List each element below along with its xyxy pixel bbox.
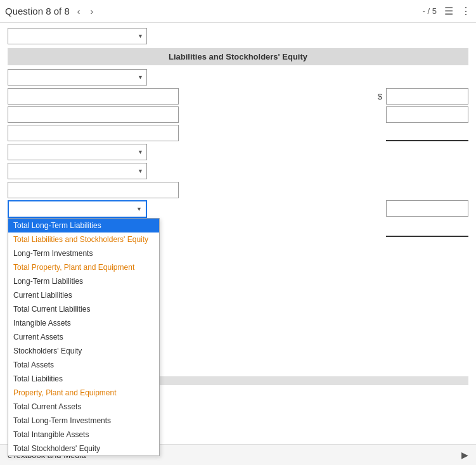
left-inputs-1 — [8, 88, 210, 105]
dropdown-list-item[interactable]: Property, Plant and Equipment — [8, 386, 159, 400]
header-left: Question 8 of 8 ‹ › — [5, 5, 96, 18]
prev-button[interactable]: ‹ — [75, 5, 83, 18]
section-header: Liabilities and Stockholders' Equity — [8, 48, 468, 65]
dropdown-3[interactable] — [8, 144, 147, 160]
top-dropdown[interactable] — [8, 28, 147, 44]
label-input-3[interactable] — [8, 125, 179, 141]
dollar-sign: $ — [378, 92, 382, 101]
main-content: Liabilities and Stockholders' Equity $ — [0, 28, 476, 385]
value-input-1[interactable] — [386, 88, 468, 105]
next-button[interactable]: › — [87, 5, 96, 18]
dropdown-list-item[interactable]: Long-Term Investments — [8, 246, 159, 260]
row-label-1: $ — [8, 88, 468, 105]
right-inputs-3 — [386, 125, 468, 141]
header: Question 8 of 8 ‹ › - / 5 ☰ ⋮ — [0, 0, 476, 23]
right-inputs-2 — [386, 106, 468, 123]
more-options-button[interactable]: ⋮ — [461, 5, 471, 17]
dropdown-wrapper-2 — [8, 69, 147, 86]
left-inputs-2 — [8, 106, 210, 123]
dropdown-list-item[interactable]: Long-Term Liabilities — [8, 274, 159, 288]
right-inputs-1: $ — [378, 88, 468, 105]
dropdown-list-item[interactable]: Total Liabilities and Stockholders' Equi… — [8, 232, 159, 246]
dropdown-row-3 — [8, 144, 468, 160]
scroll-right-button[interactable]: ▶ — [461, 450, 468, 460]
dropdown-2[interactable] — [8, 69, 147, 86]
dropdown-list-item[interactable]: Total Long-Term Liabilities — [8, 219, 159, 232]
label-input-4[interactable] — [8, 182, 179, 198]
dropdown-list-item[interactable]: Current Assets — [8, 330, 159, 344]
dropdown-list-item[interactable]: Current Liabilities — [8, 288, 159, 302]
dropdown-list-item[interactable]: Total Intangible Assets — [8, 428, 159, 442]
dropdown-4[interactable] — [8, 163, 147, 179]
open-dropdown-row: ▼ Total Long-Term LiabilitiesTotal Liabi… — [8, 200, 468, 218]
dropdown-list-item[interactable]: Stockholders' Equity — [8, 344, 159, 358]
top-dropdown-row — [8, 28, 468, 44]
dropdown-row-2 — [8, 69, 468, 86]
chevron-down-icon: ▼ — [136, 206, 142, 212]
dropdown-list-item[interactable]: Total Long-Term Investments — [8, 414, 159, 428]
page-indicator: - / 5 — [423, 6, 437, 16]
dropdown-list-item[interactable]: Total Current Assets — [8, 400, 159, 414]
dropdown-list-item[interactable]: Total Assets — [8, 358, 159, 372]
open-dropdown-wrapper: ▼ Total Long-Term LiabilitiesTotal Liabi… — [8, 200, 147, 218]
dropdown-list-item[interactable]: Total Current Liabilities — [8, 302, 159, 316]
row-label-3 — [8, 125, 468, 141]
value-input-right-4[interactable] — [386, 200, 468, 217]
top-dropdown-wrapper — [8, 28, 147, 44]
left-inputs-3 — [8, 125, 210, 141]
row-label-2 — [8, 106, 468, 123]
value-input-3-underline[interactable] — [386, 125, 468, 141]
dropdown-list-item[interactable]: Total Liabilities — [8, 372, 159, 386]
list-icon-button[interactable]: ☰ — [444, 5, 453, 17]
dropdown-list: Total Long-Term LiabilitiesTotal Liabili… — [8, 218, 160, 456]
value-input-2[interactable] — [386, 106, 468, 123]
dropdown-row-4 — [8, 163, 468, 179]
label-input-1[interactable] — [8, 88, 179, 105]
row-label-4 — [8, 182, 468, 198]
dropdown-list-item[interactable]: Intangible Assets — [8, 316, 159, 330]
dropdown-list-item[interactable]: Total Stockholders' Equity — [8, 442, 159, 455]
open-dropdown-button[interactable]: ▼ — [8, 200, 147, 218]
right-inputs-extra — [386, 220, 468, 237]
dropdown-wrapper-3 — [8, 144, 147, 160]
question-title: Question 8 of 8 — [5, 6, 70, 16]
dropdown-list-item[interactable]: Total Property, Plant and Equipment — [8, 260, 159, 274]
dropdown-wrapper-4 — [8, 163, 147, 179]
header-right: - / 5 ☰ ⋮ — [423, 5, 471, 17]
label-input-2[interactable] — [8, 106, 179, 123]
value-input-extra-underline[interactable] — [386, 220, 468, 237]
left-inputs-4 — [8, 182, 210, 198]
